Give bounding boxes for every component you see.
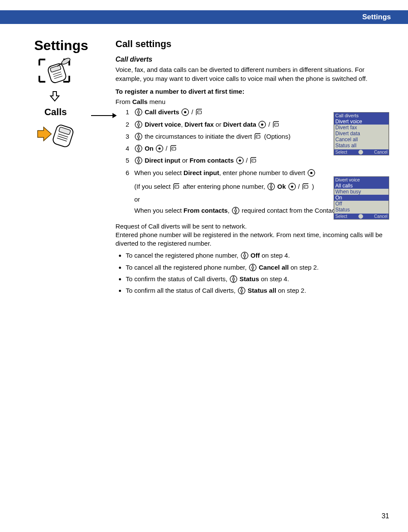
nav-key-icon: [135, 108, 142, 118]
from-line: From Calls menu: [115, 98, 391, 106]
side-title: Settings: [34, 38, 111, 53]
text: after entering phone number,: [183, 183, 267, 190]
soft-key-icon: [195, 108, 203, 118]
screen-row: Status all: [334, 143, 389, 149]
pointer-arrow-icon: [91, 113, 117, 118]
step-number: 6: [123, 169, 129, 177]
text: (If you select: [134, 183, 172, 190]
nav-key-icon: [238, 287, 245, 297]
center-dot-icon: [358, 150, 363, 155]
side-settings-phone-icon: [36, 56, 111, 88]
screen-highlight: On: [334, 195, 389, 201]
center-key-icon: [156, 145, 163, 155]
screen-highlight: Divert voice: [334, 119, 389, 125]
text-bold: Off: [251, 252, 260, 259]
screen-row: When busy: [334, 189, 389, 195]
step-1: 1 Call diverts /: [123, 108, 324, 118]
text: the circumstances to initiate the divert: [145, 133, 254, 140]
text-bold: Cancel all: [259, 264, 289, 271]
main-column: Call settings Call diverts Voice, fax, a…: [111, 38, 408, 299]
step-number: 1: [123, 108, 129, 116]
bullets-list: To cancel the registered phone number, O…: [115, 251, 391, 297]
text-bold: Divert voice: [145, 121, 181, 128]
text: ,: [181, 121, 184, 128]
text-bold: Status: [239, 275, 259, 282]
soft-key-icon: [173, 183, 180, 193]
request-line: Request of Call diverts will be sent to …: [115, 222, 391, 231]
text: To confirm the status of Call diverts,: [126, 275, 229, 282]
text: When you select: [134, 169, 183, 176]
text-bold: Status all: [248, 287, 276, 294]
text: ): [312, 183, 314, 190]
text-bold: Direct input: [183, 169, 219, 176]
text: To cancel all the registered phone numbe…: [126, 264, 248, 271]
text-bold: Call diverts: [145, 108, 179, 116]
text: or: [214, 121, 223, 128]
step-6: 6 When you select Direct input, enter ph…: [123, 169, 324, 179]
text: menu: [148, 98, 166, 105]
page-number: 31: [381, 512, 389, 520]
bullet-1: To cancel the registered phone number, O…: [126, 251, 391, 262]
screen-row: Off: [334, 201, 389, 207]
header-bar: Settings: [0, 10, 408, 24]
text-bold: Direct input: [145, 157, 180, 164]
text: From: [115, 98, 132, 105]
text-bold: Calls: [132, 98, 148, 105]
nav-key-icon: [135, 157, 142, 166]
center-key-icon: [236, 157, 244, 166]
step-3: 3 the circumstances to initiate the dive…: [123, 132, 324, 143]
text: on step 4.: [259, 275, 289, 282]
text: To cancel the registered phone number,: [126, 252, 240, 259]
step-number: 3: [123, 132, 129, 141]
soft-key-icon: [254, 133, 262, 143]
step-number: 4: [123, 144, 129, 153]
step-number: 5: [123, 156, 129, 165]
nav-key-icon: [241, 252, 248, 262]
side-subtitle: Calls: [34, 107, 77, 118]
step-number: 2: [123, 120, 129, 129]
text-bold: Divert fax: [185, 121, 214, 128]
soft-key-icon: [170, 145, 177, 155]
lead-paragraph: Voice, fax, and data calls can be divert…: [115, 65, 391, 83]
text-bold: Divert data: [223, 121, 257, 128]
text: To confirm all the status of Call divert…: [126, 287, 237, 294]
text-bold: From contacts: [189, 157, 234, 164]
screen-highlight: All calls: [334, 183, 389, 189]
side-calls-phone-icon: [36, 121, 111, 152]
nav-key-icon: [249, 264, 257, 273]
screen-row: Status: [334, 207, 389, 213]
soft-key-icon: [302, 183, 310, 193]
softkey-right: Cancel: [374, 214, 387, 219]
bullet-4: To confirm all the status of Call divert…: [126, 286, 391, 297]
text-bold: Ok: [277, 183, 286, 190]
side-down-arrow-icon: [49, 90, 111, 104]
step-2: 2 Divert voice, Divert fax or Divert dat…: [123, 120, 324, 131]
step-4: 4 On /: [123, 144, 324, 155]
text: ,: [228, 207, 231, 214]
bullet-3: To confirm the status of Call diverts, S…: [126, 275, 391, 285]
center-key-icon: [258, 121, 266, 131]
text: or: [180, 157, 190, 164]
screen-title: Call diverts: [334, 113, 389, 119]
section-heading: Call settings: [115, 38, 391, 51]
screen-row: Cancel all: [334, 137, 389, 143]
soft-key-icon: [250, 157, 257, 166]
registered-line: Entered phone number will be registered …: [115, 231, 391, 248]
phone-screenshot-divert-voice: Divert voice All calls When busy On Off …: [334, 176, 389, 220]
center-key-icon: [288, 183, 296, 193]
center-key-icon: [307, 169, 315, 179]
nav-key-icon: [135, 133, 142, 143]
phone-screenshot-call-diverts: Call diverts Divert voice Divert fax Div…: [334, 112, 389, 155]
text: When you select: [134, 207, 183, 214]
screen-softbar: Select Cancel: [334, 214, 389, 219]
center-key-icon: [181, 108, 189, 118]
nav-key-icon: [135, 121, 142, 131]
text: , enter phone number to divert: [219, 169, 307, 176]
subsection-heading: Call diverts: [115, 55, 391, 64]
soft-key-icon: [272, 121, 280, 131]
nav-key-icon: [230, 275, 237, 285]
bullet-2: To cancel all the registered phone numbe…: [126, 263, 391, 273]
nav-key-icon: [232, 207, 239, 217]
step-5: 5 Direct input or From contacts /: [123, 156, 324, 166]
text-bold: From contacts: [183, 207, 228, 214]
